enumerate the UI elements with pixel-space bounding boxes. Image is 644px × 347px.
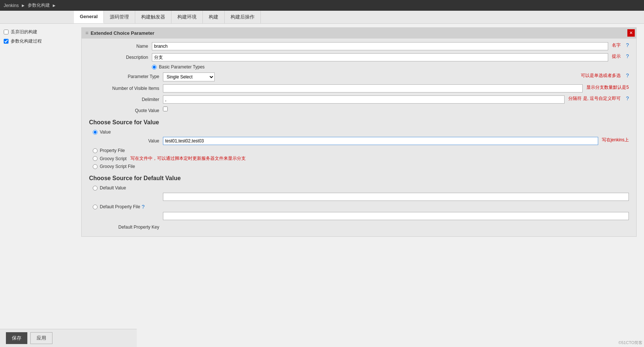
- default-property-file-radio[interactable]: [93, 205, 98, 209]
- tabbar: General 源码管理 构建触发器 构建环境 构建 构建后操作: [0, 11, 644, 24]
- value-field-input[interactable]: [163, 137, 598, 145]
- default-value-radio-row: Default Value: [89, 185, 629, 191]
- watermark: ©51CTO简客: [619, 340, 643, 346]
- tab-triggers[interactable]: 构建触发器: [135, 11, 171, 23]
- basic-param-types-radio[interactable]: [152, 65, 157, 70]
- choose-source-value-title: Choose Source for Value: [89, 119, 629, 126]
- topbar: Jenkins ► 参数化构建 ►: [0, 0, 644, 11]
- plugin-header: ≡ Extended Choice Parameter: [82, 28, 636, 38]
- property-file-radio-row: Property File: [89, 148, 629, 153]
- description-annotation: 提示: [612, 53, 621, 60]
- groovy-script-file-radio-text: Groovy Script File: [100, 164, 135, 169]
- discard-builds-row: 丢弃旧的构建: [0, 27, 74, 37]
- discard-builds-label: 丢弃旧的构建: [11, 29, 37, 35]
- delimiter-annotation: 分隔符 是, 逗号自定义即可: [568, 95, 621, 102]
- plugin-title: Extended Choice Parameter: [91, 30, 154, 36]
- tab-general[interactable]: General: [74, 11, 104, 23]
- default-property-key-label: Default Property Key: [100, 223, 159, 230]
- description-control: [152, 53, 608, 61]
- parameterized-build-checkbox[interactable]: [4, 39, 8, 44]
- basic-param-types-row: Basic Parameter Types: [89, 64, 629, 70]
- name-control: [152, 42, 608, 50]
- visible-items-label: Number of Visible Items: [100, 84, 159, 91]
- tab-build[interactable]: 构建: [203, 11, 225, 23]
- groovy-script-file-radio-label: Groovy Script File: [93, 164, 135, 169]
- default-property-file-input-row: [89, 212, 629, 220]
- default-property-file-radio-label: Default Property File: [93, 204, 140, 209]
- default-value-field-control: [163, 193, 629, 201]
- tab-source[interactable]: 源码管理: [104, 11, 135, 23]
- default-value-radio[interactable]: [93, 186, 98, 191]
- name-input[interactable]: [152, 42, 608, 50]
- save-button[interactable]: 保存: [6, 332, 27, 344]
- param-type-label: Parameter Type: [100, 73, 159, 79]
- name-help-icon[interactable]: ?: [626, 42, 629, 48]
- apply-button[interactable]: 应用: [30, 332, 52, 344]
- property-file-radio-text: Property File: [100, 148, 125, 153]
- parameterized-build-label: 参数化构建过程: [11, 38, 42, 44]
- default-value-radio-label: Default Value: [93, 185, 126, 191]
- default-value-radio-text: Default Value: [100, 185, 126, 191]
- name-row: Name 名字 ?: [89, 42, 629, 50]
- quote-value-checkbox[interactable]: [163, 107, 168, 111]
- param-type-control: Single Select: [163, 73, 577, 81]
- value-radio-row: Value: [89, 129, 629, 135]
- value-field-label: Value: [100, 137, 159, 144]
- param-type-annotation: 可以是单选或者多选: [581, 73, 621, 79]
- param-type-help-icon[interactable]: ?: [626, 73, 629, 78]
- visible-items-row: Number of Visible Items 显示分支数量默认是5: [89, 84, 629, 92]
- parameterized-build-row: 参数化构建过程: [0, 37, 74, 46]
- default-property-file-row: Default Property File ?: [89, 204, 629, 210]
- bottom-bar: 保存 应用: [0, 329, 137, 347]
- default-property-file-field-label: [100, 212, 159, 213]
- visible-items-annotation: 显示分支数量默认是5: [586, 84, 629, 91]
- default-property-file-radio-text: Default Property File: [100, 204, 140, 209]
- property-file-radio-label: Property File: [93, 148, 125, 153]
- visible-items-control: [163, 84, 583, 92]
- groovy-script-file-radio[interactable]: [93, 164, 98, 169]
- main-layout: 丢弃旧的构建 参数化构建过程 ≡ Extended Choice Paramet…: [0, 24, 644, 347]
- default-property-key-row: Default Property Key: [89, 223, 629, 230]
- quote-value-label: Quote Value: [100, 107, 159, 113]
- groovy-script-annotation: 写在文件中，可以通过脚本定时更新服务器文件来显示分支: [130, 155, 246, 162]
- default-value-input-row: [89, 193, 629, 201]
- basic-param-control: Basic Parameter Types: [152, 64, 629, 70]
- basic-param-label: [89, 64, 148, 66]
- close-plugin-button[interactable]: ✕: [627, 29, 635, 37]
- tab-post-build[interactable]: 构建后操作: [225, 11, 261, 23]
- discard-builds-checkbox[interactable]: [4, 30, 8, 34]
- description-input[interactable]: [152, 53, 608, 61]
- default-property-file-control: [163, 212, 629, 220]
- default-property-file-input[interactable]: [163, 212, 629, 220]
- value-field-control: [163, 137, 598, 145]
- property-file-radio[interactable]: [93, 148, 98, 153]
- tab-build-env[interactable]: 构建环境: [171, 11, 203, 23]
- topbar-jenkins-link[interactable]: Jenkins: [4, 3, 19, 8]
- visible-items-input[interactable]: [163, 84, 583, 92]
- basic-param-types-text: Basic Parameter Types: [159, 64, 205, 70]
- value-radio-text: Value: [100, 129, 111, 135]
- groovy-script-file-radio-row: Groovy Script File: [89, 164, 629, 169]
- plugin-form: Name 名字 ? Description 提示 ?: [82, 38, 636, 236]
- choose-source-default-section: Choose Source for Default Value Default …: [89, 175, 629, 230]
- delimiter-help-icon[interactable]: ?: [626, 95, 629, 101]
- default-value-input[interactable]: [163, 193, 629, 201]
- delimiter-row: Delimiter 分隔符 是, 逗号自定义即可 ?: [89, 95, 629, 104]
- delimiter-control: [163, 95, 565, 104]
- delimiter-input[interactable]: [163, 95, 565, 104]
- description-label: Description: [89, 53, 148, 60]
- name-annotation: 名字: [612, 42, 621, 48]
- groovy-script-radio[interactable]: [93, 156, 98, 161]
- value-input-row: Value 写在jenkins上: [89, 137, 629, 145]
- value-radio[interactable]: [93, 130, 98, 135]
- topbar-breadcrumb-link[interactable]: 参数化构建: [28, 2, 50, 9]
- delimiter-label: Delimiter: [100, 95, 159, 102]
- default-property-file-help-icon[interactable]: ?: [142, 204, 144, 210]
- basic-param-types-radio-label: Basic Parameter Types: [152, 64, 629, 70]
- description-help-icon[interactable]: ?: [626, 53, 629, 59]
- name-label: Name: [89, 42, 148, 49]
- param-type-select[interactable]: Single Select: [163, 73, 215, 81]
- drag-handle-icon: ≡: [85, 30, 88, 36]
- default-value-field-label: [100, 193, 159, 194]
- sidebar: 丢弃旧的构建 参数化构建过程: [0, 24, 74, 347]
